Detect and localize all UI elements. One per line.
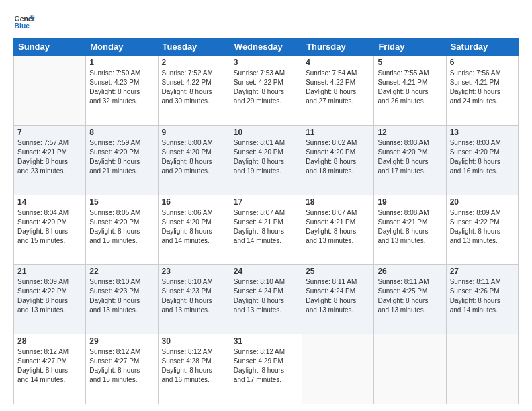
day-info: Sunrise: 7:53 AM Sunset: 4:22 PM Dayligh… — [234, 68, 298, 106]
day-number: 16 — [162, 197, 226, 207]
calendar-cell: 16Sunrise: 8:06 AM Sunset: 4:20 PM Dayli… — [158, 195, 230, 265]
day-number: 31 — [234, 336, 298, 346]
calendar-cell: 21Sunrise: 8:09 AM Sunset: 4:22 PM Dayli… — [14, 265, 86, 334]
calendar-cell: 10Sunrise: 8:01 AM Sunset: 4:20 PM Dayli… — [230, 125, 302, 195]
day-number: 9 — [162, 128, 226, 137]
day-info: Sunrise: 7:59 AM Sunset: 4:20 PM Dayligh… — [89, 138, 154, 176]
calendar-cell: 5Sunrise: 7:55 AM Sunset: 4:21 PM Daylig… — [374, 56, 446, 126]
weekday-header: Friday — [374, 38, 446, 56]
weekday-header: Wednesday — [230, 38, 302, 56]
day-info: Sunrise: 8:09 AM Sunset: 4:22 PM Dayligh… — [17, 277, 82, 315]
weekday-header: Monday — [86, 38, 158, 56]
calendar-cell: 23Sunrise: 8:10 AM Sunset: 4:23 PM Dayli… — [158, 265, 230, 334]
day-number: 23 — [162, 267, 226, 276]
calendar-cell: 27Sunrise: 8:11 AM Sunset: 4:26 PM Dayli… — [446, 265, 518, 334]
day-info: Sunrise: 8:08 AM Sunset: 4:21 PM Dayligh… — [378, 208, 442, 246]
weekday-header: Sunday — [14, 38, 86, 56]
day-number: 2 — [162, 58, 226, 67]
calendar-cell: 7Sunrise: 7:57 AM Sunset: 4:21 PM Daylig… — [14, 125, 86, 195]
day-info: Sunrise: 8:09 AM Sunset: 4:22 PM Dayligh… — [450, 208, 515, 246]
calendar-cell: 14Sunrise: 8:04 AM Sunset: 4:20 PM Dayli… — [14, 195, 86, 265]
day-number: 21 — [17, 267, 82, 276]
day-info: Sunrise: 8:11 AM Sunset: 4:24 PM Dayligh… — [306, 277, 370, 315]
day-info: Sunrise: 8:07 AM Sunset: 4:21 PM Dayligh… — [234, 208, 298, 246]
day-number: 12 — [378, 128, 442, 137]
day-number: 8 — [89, 128, 154, 137]
calendar-cell — [374, 334, 446, 404]
day-number: 4 — [306, 58, 370, 67]
day-number: 11 — [306, 128, 370, 137]
day-info: Sunrise: 8:00 AM Sunset: 4:20 PM Dayligh… — [162, 138, 226, 176]
calendar-week-row: 14Sunrise: 8:04 AM Sunset: 4:20 PM Dayli… — [14, 195, 519, 265]
calendar-page: General Blue SundayMondayTuesdayWednesda… — [0, 0, 532, 411]
day-number: 30 — [162, 336, 226, 346]
day-info: Sunrise: 8:10 AM Sunset: 4:23 PM Dayligh… — [162, 277, 226, 315]
calendar-cell — [446, 334, 518, 404]
day-number: 6 — [450, 58, 515, 67]
day-number: 5 — [378, 58, 442, 67]
calendar-cell: 9Sunrise: 8:00 AM Sunset: 4:20 PM Daylig… — [158, 125, 230, 195]
calendar-cell: 20Sunrise: 8:09 AM Sunset: 4:22 PM Dayli… — [446, 195, 518, 265]
day-info: Sunrise: 7:50 AM Sunset: 4:23 PM Dayligh… — [89, 68, 154, 106]
day-number: 19 — [378, 197, 442, 207]
day-number: 26 — [378, 267, 442, 276]
calendar-week-row: 7Sunrise: 7:57 AM Sunset: 4:21 PM Daylig… — [14, 125, 519, 195]
day-info: Sunrise: 8:02 AM Sunset: 4:20 PM Dayligh… — [306, 138, 370, 176]
day-number: 24 — [234, 267, 298, 276]
day-number: 29 — [89, 336, 154, 346]
calendar-cell: 31Sunrise: 8:12 AM Sunset: 4:29 PM Dayli… — [230, 334, 302, 404]
day-number: 7 — [17, 128, 82, 137]
day-info: Sunrise: 8:11 AM Sunset: 4:26 PM Dayligh… — [450, 277, 515, 315]
day-number: 20 — [450, 197, 515, 207]
day-number: 27 — [450, 267, 515, 276]
day-info: Sunrise: 8:06 AM Sunset: 4:20 PM Dayligh… — [162, 208, 226, 246]
calendar-week-row: 21Sunrise: 8:09 AM Sunset: 4:22 PM Dayli… — [14, 265, 519, 334]
day-info: Sunrise: 8:10 AM Sunset: 4:23 PM Dayligh… — [89, 277, 154, 315]
day-number: 17 — [234, 197, 298, 207]
calendar-cell: 8Sunrise: 7:59 AM Sunset: 4:20 PM Daylig… — [86, 125, 158, 195]
day-info: Sunrise: 8:12 AM Sunset: 4:29 PM Dayligh… — [234, 347, 298, 385]
day-info: Sunrise: 8:11 AM Sunset: 4:25 PM Dayligh… — [378, 277, 442, 315]
calendar-cell: 15Sunrise: 8:05 AM Sunset: 4:20 PM Dayli… — [86, 195, 158, 265]
day-info: Sunrise: 7:55 AM Sunset: 4:21 PM Dayligh… — [378, 68, 442, 106]
day-info: Sunrise: 7:56 AM Sunset: 4:21 PM Dayligh… — [450, 68, 515, 106]
day-info: Sunrise: 8:12 AM Sunset: 4:27 PM Dayligh… — [17, 347, 82, 385]
day-info: Sunrise: 8:05 AM Sunset: 4:20 PM Dayligh… — [89, 208, 154, 246]
weekday-header: Thursday — [302, 38, 374, 56]
calendar-cell: 19Sunrise: 8:08 AM Sunset: 4:21 PM Dayli… — [374, 195, 446, 265]
day-number: 15 — [89, 197, 154, 207]
day-number: 14 — [17, 197, 82, 207]
day-info: Sunrise: 8:07 AM Sunset: 4:21 PM Dayligh… — [306, 208, 370, 246]
day-number: 25 — [306, 267, 370, 276]
calendar-cell: 17Sunrise: 8:07 AM Sunset: 4:21 PM Dayli… — [230, 195, 302, 265]
calendar-cell: 4Sunrise: 7:54 AM Sunset: 4:22 PM Daylig… — [302, 56, 374, 126]
day-number: 28 — [17, 336, 82, 346]
day-number: 1 — [89, 58, 154, 67]
logo-icon: General Blue — [13, 11, 35, 32]
day-info: Sunrise: 8:01 AM Sunset: 4:20 PM Dayligh… — [234, 138, 298, 176]
day-number: 13 — [450, 128, 515, 137]
calendar-cell: 3Sunrise: 7:53 AM Sunset: 4:22 PM Daylig… — [230, 56, 302, 126]
day-info: Sunrise: 8:12 AM Sunset: 4:28 PM Dayligh… — [162, 347, 226, 385]
calendar-cell: 18Sunrise: 8:07 AM Sunset: 4:21 PM Dayli… — [302, 195, 374, 265]
day-info: Sunrise: 7:54 AM Sunset: 4:22 PM Dayligh… — [306, 68, 370, 106]
day-number: 22 — [89, 267, 154, 276]
day-info: Sunrise: 8:03 AM Sunset: 4:20 PM Dayligh… — [378, 138, 442, 176]
day-number: 3 — [234, 58, 298, 67]
calendar-cell: 12Sunrise: 8:03 AM Sunset: 4:20 PM Dayli… — [374, 125, 446, 195]
logo: General Blue — [13, 11, 38, 32]
day-info: Sunrise: 8:03 AM Sunset: 4:20 PM Dayligh… — [450, 138, 515, 176]
calendar-cell: 24Sunrise: 8:10 AM Sunset: 4:24 PM Dayli… — [230, 265, 302, 334]
calendar-week-row: 28Sunrise: 8:12 AM Sunset: 4:27 PM Dayli… — [14, 334, 519, 404]
header: General Blue — [13, 11, 519, 32]
calendar-cell — [14, 56, 86, 126]
calendar-cell: 2Sunrise: 7:52 AM Sunset: 4:22 PM Daylig… — [158, 56, 230, 126]
calendar-table: SundayMondayTuesdayWednesdayThursdayFrid… — [13, 38, 519, 404]
calendar-cell: 13Sunrise: 8:03 AM Sunset: 4:20 PM Dayli… — [446, 125, 518, 195]
day-info: Sunrise: 8:04 AM Sunset: 4:20 PM Dayligh… — [17, 208, 82, 246]
weekday-header: Tuesday — [158, 38, 230, 56]
day-info: Sunrise: 8:12 AM Sunset: 4:27 PM Dayligh… — [89, 347, 154, 385]
calendar-cell: 22Sunrise: 8:10 AM Sunset: 4:23 PM Dayli… — [86, 265, 158, 334]
day-number: 10 — [234, 128, 298, 137]
calendar-cell: 28Sunrise: 8:12 AM Sunset: 4:27 PM Dayli… — [14, 334, 86, 404]
